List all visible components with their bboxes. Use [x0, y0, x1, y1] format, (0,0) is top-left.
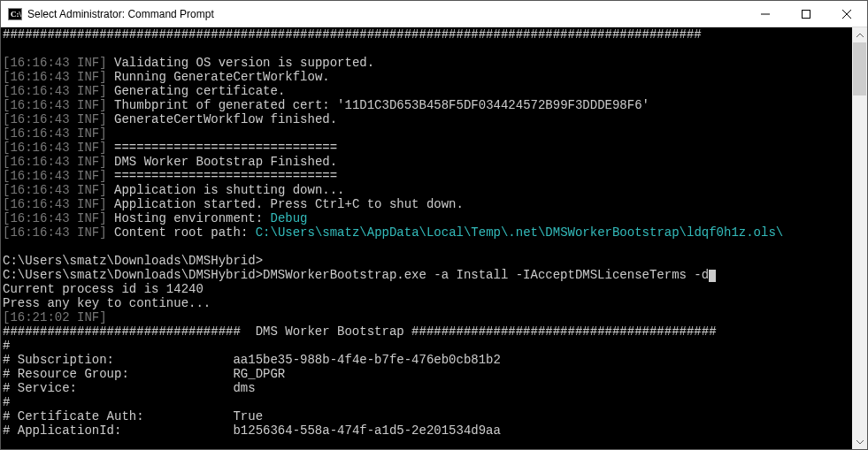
prompt: C:\Users\smatz\Downloads\DMSHybrid> [3, 254, 263, 268]
kv-value: aa15be35-988b-4f4e-b7fe-476eb0cb81b2 [233, 353, 500, 367]
banner-hash-left: ################################ [3, 324, 241, 339]
hash-row: ########################################… [3, 27, 702, 42]
log-prefix: [16:16:43 INF] [3, 141, 107, 155]
window-frame: C:\ Select Administrator: Command Prompt… [0, 0, 868, 450]
scroll-up-button[interactable] [852, 27, 867, 42]
log-line: Running GenerateCertWorkflow. [114, 70, 330, 84]
press-any-key: Press any key to continue... [3, 296, 211, 310]
separator-eq: ============================== [114, 169, 337, 183]
proc-line: Current process id is 14240 [3, 282, 204, 296]
log-prefix: [16:16:43 INF] [3, 155, 107, 169]
log-prefix: [16:21:02 INF] [3, 310, 107, 324]
banner-hash-right: ########################################… [411, 324, 716, 339]
content-wrap: ########################################… [1, 27, 867, 449]
maximize-button[interactable] [786, 1, 826, 27]
log-line: DMS Worker Bootstrap Finished. [114, 155, 337, 169]
log-prefix: [16:16:43 INF] [3, 56, 107, 70]
kv-value: True [233, 409, 263, 423]
kv-value: b1256364-558a-474f-a1d5-2e201534d9aa [233, 423, 500, 438]
kv-label: # Service: [3, 381, 77, 395]
log-line: Application started. Press Ctrl+C to shu… [114, 197, 464, 211]
minimize-button[interactable] [745, 1, 786, 27]
scroll-down-button[interactable] [852, 434, 867, 449]
log-line-part: Hosting environment: [114, 211, 270, 225]
log-prefix: [16:16:43 INF] [3, 183, 107, 197]
text-cursor [709, 270, 716, 282]
log-prefix: [16:16:43 INF] [3, 70, 107, 84]
cmd-icon: C:\ [8, 7, 22, 21]
env-value: Debug [271, 211, 308, 225]
svg-rect-3 [803, 10, 810, 18]
kv-value: dms [233, 381, 255, 395]
log-prefix: [16:16:43 INF] [3, 126, 107, 141]
kv-label: # ApplicationId: [3, 423, 121, 438]
log-prefix: [16:16:43 INF] [3, 197, 107, 211]
log-prefix: [16:16:43 INF] [3, 84, 107, 98]
vertical-scrollbar[interactable] [852, 27, 867, 449]
log-line: Thumbprint of generated cert: '11D1C3D65… [114, 98, 649, 112]
path-value: C:\Users\smatz\AppData\Local\Temp\.net\D… [256, 225, 784, 240]
banner-title: DMS Worker Bootstrap [256, 324, 404, 339]
log-prefix: [16:16:43 INF] [3, 225, 107, 240]
separator-eq: ============================== [114, 141, 337, 155]
log-prefix: [16:16:43 INF] [3, 98, 107, 112]
log-line: Application is shutting down... [114, 183, 344, 197]
svg-text:C:\: C:\ [11, 10, 21, 19]
scroll-thumb[interactable] [853, 42, 866, 95]
prompt: C:\Users\smatz\Downloads\DMSHybrid> [3, 268, 263, 282]
kv-label: # Certificate Auth: [3, 409, 144, 423]
title-bar[interactable]: C:\ Select Administrator: Command Prompt [1, 1, 867, 27]
hash: # [3, 339, 10, 353]
kv-value: RG_DPGR [233, 367, 285, 381]
hash: # [3, 395, 10, 409]
kv-label: # Resource Group: [3, 367, 129, 381]
close-button[interactable] [826, 1, 867, 27]
log-line: GenerateCertWorkflow finished. [114, 112, 337, 126]
console-output[interactable]: ########################################… [1, 27, 852, 449]
log-prefix: [16:16:43 INF] [3, 211, 107, 225]
log-prefix: [16:16:43 INF] [3, 169, 107, 183]
log-line: Generating certificate. [114, 84, 285, 98]
typed-command: DMSWorkerBootstrap.exe -a Install -IAcce… [263, 268, 709, 282]
kv-label: # Subscription: [3, 353, 114, 367]
window-title: Select Administrator: Command Prompt [27, 8, 214, 20]
log-prefix: [16:16:43 INF] [3, 112, 107, 126]
log-line-part: Content root path: [114, 225, 256, 240]
log-line: Validating OS version is supported. [114, 56, 374, 70]
